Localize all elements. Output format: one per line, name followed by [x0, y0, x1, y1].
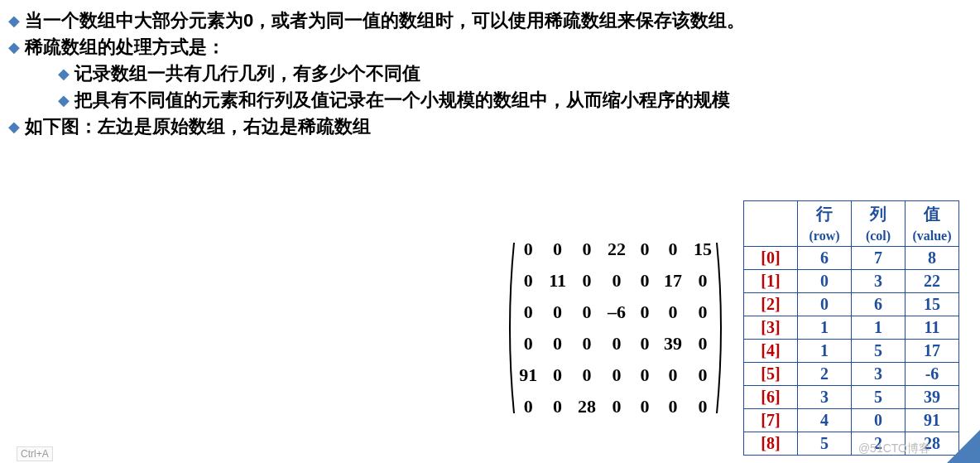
- table-row: [4]1517: [744, 340, 959, 363]
- cell-row: 0: [798, 270, 852, 293]
- bullet-item: ◆ 稀疏数组的处理方式是：: [8, 35, 972, 60]
- cell-row: 1: [798, 340, 852, 363]
- cell-index: [8]: [744, 432, 798, 456]
- bullet-text: 把具有不同值的元素和行列及值记录在一个小规模的数组中，从而缩小程序的规模: [74, 88, 730, 113]
- bullet-text: 如下图：左边是原始数组，右边是稀疏数组: [25, 114, 371, 139]
- matrix-cell: 0: [608, 364, 626, 386]
- matrix-cell: 11: [549, 270, 566, 292]
- cell-row: 1: [798, 316, 852, 340]
- matrix-cell: 0: [608, 333, 626, 354]
- matrix-cell: 39: [664, 333, 682, 354]
- matrix-cell: 0: [664, 396, 682, 417]
- matrix-cell: 0: [664, 239, 682, 260]
- shortcut-hint: Ctrl+A: [17, 446, 53, 461]
- table-row: [5]23-6: [744, 363, 959, 386]
- header-value: 值(value): [906, 201, 959, 247]
- matrix-cell: 0: [519, 239, 537, 260]
- matrix-cell: 0: [637, 364, 652, 386]
- original-matrix: 000220015011000170000–600000000390910000…: [504, 234, 727, 422]
- matrix-cell: 0: [694, 364, 712, 386]
- cell-col: 6: [852, 293, 906, 316]
- matrix-cell: 0: [578, 270, 596, 292]
- diamond-icon: ◆: [58, 88, 70, 113]
- matrix-cell: 0: [549, 396, 566, 417]
- bullet-item: ◆ 把具有不同值的元素和行列及值记录在一个小规模的数组中，从而缩小程序的规模: [58, 88, 972, 113]
- matrix-cell: 0: [637, 396, 652, 417]
- cell-row: 6: [798, 247, 852, 270]
- matrix-cell: 0: [578, 301, 596, 323]
- matrix-cell: 17: [664, 270, 682, 292]
- cell-index: [1]: [744, 270, 798, 293]
- cell-index: [6]: [744, 386, 798, 409]
- cell-row: 4: [798, 409, 852, 432]
- table-row: [0]678: [744, 247, 959, 270]
- corner-decoration: [947, 430, 980, 463]
- paren-left-icon: [504, 234, 516, 422]
- cell-index: [3]: [744, 316, 798, 340]
- matrix-cell: –6: [608, 301, 626, 323]
- matrix-cell: 0: [664, 301, 682, 323]
- matrix-cell: 0: [694, 333, 712, 354]
- table-row: [3]1111: [744, 316, 959, 340]
- cell-index: [7]: [744, 409, 798, 432]
- sparse-table: 行(row) 列(col) 值(value) [0]678[1]0322[2]0…: [743, 200, 959, 456]
- cell-value: 8: [906, 247, 959, 270]
- header-blank: [744, 201, 798, 247]
- matrix-cell: 28: [578, 396, 596, 417]
- watermark-text: @51CTO博客: [858, 441, 930, 456]
- diamond-icon: ◆: [8, 114, 20, 139]
- cell-index: [2]: [744, 293, 798, 316]
- cell-value: 22: [906, 270, 959, 293]
- cell-index: [5]: [744, 363, 798, 386]
- matrix-cell: 0: [637, 301, 652, 323]
- matrix-cell: 0: [578, 239, 596, 260]
- matrix-cell: 0: [578, 333, 596, 354]
- matrix-cell: 0: [637, 270, 652, 292]
- cell-col: 1: [852, 316, 906, 340]
- cell-value: 11: [906, 316, 959, 340]
- matrix-cell: 0: [549, 333, 566, 354]
- diamond-icon: ◆: [8, 8, 20, 33]
- cell-col: 0: [852, 409, 906, 432]
- matrix-cell: 0: [519, 333, 537, 354]
- table-header-row: 行(row) 列(col) 值(value): [744, 201, 959, 247]
- cell-col: 7: [852, 247, 906, 270]
- matrix-cell: 0: [608, 270, 626, 292]
- matrix-cell: 0: [519, 270, 537, 292]
- cell-value: -6: [906, 363, 959, 386]
- cell-index: [4]: [744, 340, 798, 363]
- matrix-cell: 0: [549, 239, 566, 260]
- figure-wrap: 000220015011000170000–600000000390910000…: [504, 200, 959, 456]
- matrix-cell: 0: [549, 364, 566, 386]
- matrix-cell: 22: [608, 239, 626, 260]
- matrix-cell: 91: [519, 364, 537, 386]
- bullet-text: 记录数组一共有几行几列，有多少个不同值: [74, 61, 420, 86]
- bullet-item: ◆ 当一个数组中大部分元素为0，或者为同一值的数组时，可以使用稀疏数组来保存该数…: [8, 8, 972, 33]
- cell-row: 2: [798, 363, 852, 386]
- bullet-list: ◆ 当一个数组中大部分元素为0，或者为同一值的数组时，可以使用稀疏数组来保存该数…: [0, 0, 980, 139]
- table-row: [6]3539: [744, 386, 959, 409]
- header-row: 行(row): [798, 201, 852, 247]
- matrix-cell: 0: [519, 396, 537, 417]
- table-row: [1]0322: [744, 270, 959, 293]
- matrix-cell: 0: [694, 270, 712, 292]
- matrix-cell: 0: [637, 239, 652, 260]
- matrix-cell: 0: [694, 396, 712, 417]
- bullet-item: ◆ 记录数组一共有几行几列，有多少个不同值: [58, 61, 972, 86]
- matrix-cell: 0: [664, 364, 682, 386]
- diamond-icon: ◆: [8, 35, 20, 60]
- cell-value: 39: [906, 386, 959, 409]
- bullet-item: ◆ 如下图：左边是原始数组，右边是稀疏数组: [8, 114, 972, 139]
- cell-value: 91: [906, 409, 959, 432]
- bullet-text: 稀疏数组的处理方式是：: [25, 35, 225, 60]
- matrix-cell: 0: [637, 333, 652, 354]
- matrix-cell: 0: [519, 301, 537, 323]
- matrix-cell: 15: [694, 239, 712, 260]
- cell-col: 3: [852, 270, 906, 293]
- cell-row: 3: [798, 386, 852, 409]
- cell-row: 0: [798, 293, 852, 316]
- cell-row: 5: [798, 432, 852, 456]
- matrix-cell: 0: [549, 301, 566, 323]
- table-row: [7]4091: [744, 409, 959, 432]
- cell-col: 3: [852, 363, 906, 386]
